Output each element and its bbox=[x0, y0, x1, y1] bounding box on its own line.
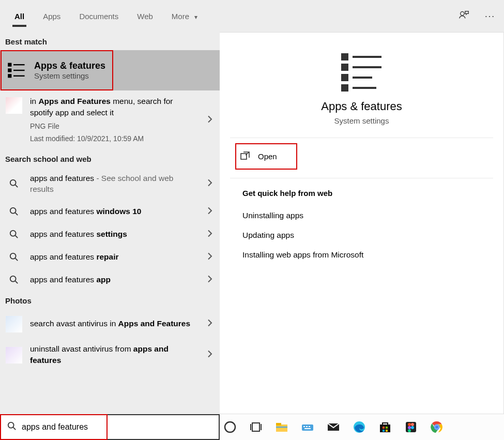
results-panel: Best match Apps & features System settin… bbox=[0, 32, 220, 414]
svg-point-52 bbox=[408, 429, 411, 432]
web-result-1[interactable]: apps and features windows 10 bbox=[0, 200, 220, 223]
photo-result-1[interactable]: uninstall avast antivirus from apps and … bbox=[0, 338, 220, 372]
section-photos: Photos bbox=[0, 291, 220, 309]
web-result-0[interactable]: apps and features - See school and web r… bbox=[0, 168, 220, 200]
svg-point-0 bbox=[461, 12, 464, 16]
svg-rect-32 bbox=[276, 424, 287, 432]
open-button[interactable]: Open bbox=[235, 143, 297, 170]
web-result-3[interactable]: apps and features repair bbox=[0, 246, 220, 268]
feedback-icon[interactable] bbox=[459, 9, 470, 23]
chevron-right-icon[interactable] bbox=[207, 318, 212, 329]
search-input[interactable] bbox=[22, 422, 212, 432]
best-match-result[interactable]: Apps & features System settings bbox=[0, 50, 220, 90]
chevron-down-icon: ▾ bbox=[194, 13, 197, 21]
best-match-title: Apps & features bbox=[34, 60, 105, 71]
figma-icon[interactable] bbox=[404, 420, 418, 434]
file-result-modified: Last modified: 10/9/2021, 10:59 AM bbox=[30, 133, 198, 144]
task-view-icon[interactable] bbox=[249, 420, 263, 434]
chevron-right-icon[interactable] bbox=[207, 178, 212, 189]
chevron-right-icon[interactable] bbox=[207, 229, 212, 239]
photo-thumbnail-icon bbox=[5, 315, 23, 333]
open-label: Open bbox=[258, 152, 277, 161]
web-result-2[interactable]: apps and features settings bbox=[0, 223, 220, 246]
help-link-updating[interactable]: Updating apps bbox=[242, 225, 481, 245]
tab-more-label: More bbox=[172, 12, 189, 21]
svg-rect-21 bbox=[342, 75, 347, 80]
svg-point-48 bbox=[408, 423, 411, 426]
detail-title: Apps & features bbox=[230, 100, 493, 113]
tab-apps[interactable]: Apps bbox=[41, 3, 63, 30]
svg-rect-19 bbox=[342, 65, 347, 70]
apps-features-icon bbox=[7, 61, 26, 80]
photo-result-0[interactable]: search avast antivirus in Apps and Featu… bbox=[0, 309, 220, 338]
svg-line-14 bbox=[16, 259, 18, 261]
detail-header: Apps & features System settings bbox=[230, 43, 493, 138]
file-thumbnail-icon bbox=[5, 97, 23, 114]
svg-line-12 bbox=[16, 236, 18, 238]
svg-rect-5 bbox=[8, 74, 11, 77]
search-icon bbox=[5, 275, 23, 284]
svg-rect-37 bbox=[306, 426, 308, 427]
photo-thumbnail-icon bbox=[5, 346, 23, 364]
help-link-installing[interactable]: Installing web apps from Microsoft bbox=[242, 245, 481, 265]
quick-help-section: Get quick help from web Uninstalling app… bbox=[230, 178, 493, 275]
svg-rect-44 bbox=[386, 427, 388, 429]
file-result[interactable]: in Apps and Features menu, search for sp… bbox=[0, 90, 220, 149]
web-result-4[interactable]: apps and features app bbox=[0, 268, 220, 291]
more-options-icon[interactable]: ⋯ bbox=[484, 10, 496, 22]
store-icon[interactable] bbox=[378, 420, 392, 434]
svg-rect-43 bbox=[383, 427, 385, 429]
svg-line-27 bbox=[13, 428, 16, 430]
svg-rect-1 bbox=[8, 64, 11, 66]
svg-rect-36 bbox=[303, 426, 305, 427]
help-title: Get quick help from web bbox=[242, 189, 481, 198]
svg-point-50 bbox=[408, 426, 411, 429]
search-icon bbox=[5, 207, 23, 216]
help-link-uninstalling[interactable]: Uninstalling apps bbox=[242, 206, 481, 225]
search-box[interactable] bbox=[0, 414, 220, 440]
svg-rect-33 bbox=[276, 423, 281, 426]
svg-line-16 bbox=[16, 281, 18, 284]
search-icon bbox=[5, 179, 23, 188]
svg-point-49 bbox=[411, 423, 414, 426]
svg-point-28 bbox=[225, 422, 235, 432]
svg-line-10 bbox=[16, 213, 18, 216]
best-match-container: Apps & features System settings bbox=[0, 50, 220, 90]
section-best-match: Best match bbox=[0, 32, 220, 50]
detail-panel: Apps & features System settings Open Get… bbox=[220, 32, 504, 414]
chrome-icon[interactable] bbox=[430, 420, 444, 434]
svg-point-11 bbox=[10, 231, 16, 236]
cortana-icon[interactable] bbox=[223, 420, 237, 434]
open-icon bbox=[240, 151, 250, 161]
tab-more[interactable]: More ▾ bbox=[170, 3, 200, 30]
tab-web[interactable]: Web bbox=[135, 3, 155, 30]
svg-rect-34 bbox=[276, 427, 287, 428]
chevron-right-icon[interactable] bbox=[207, 350, 212, 360]
best-match-subtitle: System settings bbox=[34, 71, 105, 80]
chevron-right-icon[interactable] bbox=[207, 114, 212, 125]
search-icon bbox=[5, 252, 23, 262]
file-explorer-icon[interactable] bbox=[274, 420, 289, 434]
svg-rect-42 bbox=[380, 424, 390, 432]
taskbar-area bbox=[0, 414, 504, 440]
mail-icon[interactable] bbox=[326, 420, 341, 434]
taskbar bbox=[220, 414, 504, 440]
svg-rect-35 bbox=[302, 424, 313, 431]
chevron-right-icon[interactable] bbox=[207, 206, 212, 217]
keyboard-icon[interactable] bbox=[300, 420, 315, 434]
chevron-right-icon[interactable] bbox=[207, 274, 212, 285]
chevron-right-icon[interactable] bbox=[207, 251, 212, 262]
apps-features-large-icon bbox=[340, 52, 384, 94]
tab-all[interactable]: All bbox=[12, 3, 26, 30]
edge-icon[interactable] bbox=[352, 420, 366, 434]
section-search-web: Search school and web bbox=[0, 149, 220, 168]
svg-point-26 bbox=[8, 422, 14, 428]
svg-point-51 bbox=[411, 426, 414, 429]
svg-rect-38 bbox=[309, 426, 310, 427]
svg-rect-29 bbox=[252, 423, 259, 431]
svg-rect-45 bbox=[383, 430, 385, 432]
tab-documents[interactable]: Documents bbox=[77, 3, 120, 30]
svg-rect-17 bbox=[342, 54, 347, 59]
svg-rect-39 bbox=[304, 428, 311, 429]
file-result-prefix: in bbox=[30, 97, 38, 105]
